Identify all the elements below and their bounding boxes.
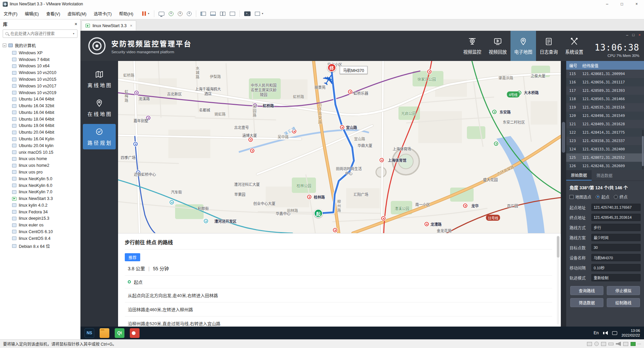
vm-tab[interactable]: linux NewStart 3.3 × (82, 20, 136, 30)
vm-list-item[interactable]: linux CentOS 6.10 (0, 228, 80, 235)
scrollbar-thumb[interactable] (642, 136, 644, 166)
field-input[interactable]: 0.10秒 (591, 264, 641, 271)
sidebar-item-offline-map[interactable]: 离线地图 (83, 66, 116, 92)
scrollbar-thumb[interactable] (557, 236, 559, 258)
field-input[interactable]: 马航MH370 (591, 254, 641, 261)
unity-button[interactable] (230, 12, 235, 16)
vm-list-item[interactable]: linux kylin 4.0.2 (0, 202, 80, 209)
tab-filtered-data[interactable]: 筛选数据 (592, 170, 617, 180)
vm-list-item[interactable]: linux NeoKylin 5.0 (0, 176, 80, 182)
dropdown-caret-icon[interactable]: ▼ (261, 12, 264, 15)
end-point-radio[interactable] (614, 195, 618, 199)
coordinate-row[interactable]: 121 121.428409,31.201628 (566, 120, 644, 128)
free-stretch-button[interactable]: ▼ (255, 12, 264, 16)
qt-app-icon[interactable]: Qt (115, 328, 124, 338)
close-button[interactable]: × (629, 0, 644, 8)
vm-list-item[interactable]: linux uos home (0, 156, 80, 162)
app-close-button[interactable]: × (639, 33, 641, 37)
vm-list-item[interactable]: Ubuntu 16.04 Kylin (0, 136, 80, 142)
tree-expander-icon[interactable] (3, 44, 6, 47)
vm-list-item[interactable]: linux NeoKylin 6.0 (0, 182, 80, 189)
scrollbar-thumb[interactable] (562, 122, 565, 153)
nav-item-log-query[interactable]: 日志查询 (536, 31, 561, 61)
coordinate-row[interactable]: 115 121.428681,31.200994 (566, 70, 644, 78)
language-indicator[interactable]: En (594, 331, 599, 335)
field-input[interactable]: 重新绘制 (591, 274, 641, 281)
send-cad-button[interactable] (159, 12, 164, 16)
close-library-button[interactable]: × (74, 21, 77, 26)
coordinate-row[interactable]: 119 121.428535,31.201516 (566, 103, 644, 112)
action-button[interactable]: 绘制路线 (607, 298, 640, 307)
vm-list-item[interactable]: Windows XP (0, 50, 80, 56)
search-input[interactable] (10, 31, 70, 36)
coordinate-row[interactable]: 122 121.428414,31.201775 (566, 128, 644, 137)
network-icon[interactable] (601, 342, 606, 346)
menu-item[interactable]: 帮助(H) (115, 8, 137, 19)
vm-list-item[interactable]: linux NewStart 3.3 (0, 195, 80, 202)
vm-list-item[interactable]: Windows 7 64bit (0, 56, 80, 63)
my-computer-item[interactable]: 我的计算机 (0, 41, 80, 50)
map-scrollbar[interactable] (561, 61, 566, 327)
action-button[interactable]: 查询路线 (570, 286, 603, 295)
coordinate-row[interactable]: 118 121.428565,31.201466 (566, 95, 644, 103)
vm-list-item[interactable]: Windows 10 x64 (0, 63, 80, 70)
vm-list-item[interactable]: linux uos pro (0, 169, 80, 176)
monitor-app-icon[interactable] (130, 328, 140, 338)
vm-list-item[interactable]: Ubuntu 18.04 64bit (0, 116, 80, 123)
menu-item[interactable]: 虚拟机(M) (64, 8, 90, 19)
minimize-button[interactable]: – (600, 0, 614, 8)
dropdown-caret-icon[interactable]: ▼ (147, 12, 150, 15)
vm-list-item[interactable]: Ubuntu 19.04 64bit (0, 123, 80, 129)
menu-item[interactable]: 文件(F) (0, 8, 21, 19)
toggle-library-button[interactable] (201, 12, 206, 16)
vm-list-item[interactable]: Windows 10 vs2019 (0, 89, 80, 96)
map-canvas[interactable]: 安东小区虹桥路水城路伊梨路上海千福海鸥大酒店丽景苑虹桥乐器虹桥路中华人民共和国名… (118, 61, 561, 233)
field-input[interactable]: 最少时间 (591, 234, 641, 241)
table-scrollbar[interactable] (642, 130, 644, 169)
vm-list-item[interactable]: linux uos home2 (0, 162, 80, 169)
vm-list-item[interactable]: Ubuntu 20.04 64bit (0, 129, 80, 136)
app-minimize-button[interactable]: – (626, 33, 628, 37)
launcher-ns-icon[interactable]: NS (85, 328, 94, 338)
sound-icon[interactable] (616, 342, 621, 346)
fullscreen-button[interactable] (220, 12, 225, 16)
vm-list-item[interactable]: Windows 10 vs2015 (0, 76, 80, 83)
vm-list-item[interactable]: Windows 10 vs2010 (0, 69, 80, 76)
cdrom-icon[interactable] (594, 342, 599, 346)
open-console-button[interactable]: >_ (244, 11, 251, 16)
tab-raw-data[interactable]: 原始数据 (566, 170, 592, 181)
usb-icon[interactable] (608, 343, 613, 345)
display-icon[interactable] (612, 331, 617, 335)
vm-list-item[interactable]: linux euler os (0, 222, 80, 228)
nav-item-emap[interactable]: 电子地图 (511, 31, 536, 61)
field-input[interactable]: 步行 (591, 224, 641, 231)
coordinate-row[interactable]: 120 121.428498,31.201549 (566, 112, 644, 120)
snapshot-manager-button[interactable] (187, 11, 192, 16)
menu-item[interactable]: 编辑(E) (21, 8, 43, 19)
map-select-checkbox[interactable] (570, 195, 574, 199)
coordinate-row[interactable]: 117 121.428589,31.201393 (566, 86, 644, 95)
vm-list-item[interactable]: Ubuntu 16.04 32bit (0, 102, 80, 109)
app-maximize-button[interactable]: □ (632, 33, 635, 37)
vm-list-item[interactable]: linux Fedora 34 (0, 209, 80, 215)
vm-list-item[interactable]: Ubuntu 14.04 64bit (0, 96, 80, 102)
harddisk-icon[interactable] (587, 342, 592, 346)
sidebar-item-online-map[interactable]: 在线地图 (83, 95, 116, 121)
action-button[interactable]: 筛选数据 (570, 298, 603, 307)
menu-item[interactable]: 查看(V) (43, 8, 64, 19)
nav-item-video-monitor[interactable]: 视频监控 (460, 31, 485, 61)
suspend-button[interactable]: ▼ (142, 11, 150, 16)
vm-list-item[interactable]: Ubuntu 16.04 64bit (0, 109, 80, 116)
file-manager-icon[interactable] (100, 328, 109, 338)
vm-list-item[interactable]: unix macOS 10.15 (0, 149, 80, 156)
printer-icon[interactable] (623, 342, 628, 346)
action-button[interactable]: 停止模拟 (607, 286, 640, 295)
sidebar-item-route-planning[interactable]: 路径规划 (83, 124, 116, 149)
vm-list-item[interactable]: linux CentOS 8.4 (0, 235, 80, 242)
coordinate-row[interactable]: 124 121.428133,31.202400 (566, 145, 644, 153)
field-input[interactable]: 30 (591, 244, 641, 251)
vm-list-item[interactable]: Ubuntu 20.04 kylin (0, 142, 80, 149)
vm-list-item[interactable]: linux NeoKylin 7.0 (0, 189, 80, 195)
start-point-radio[interactable] (596, 195, 600, 199)
field-input[interactable]: 121.425740,31.176567 (591, 204, 641, 211)
